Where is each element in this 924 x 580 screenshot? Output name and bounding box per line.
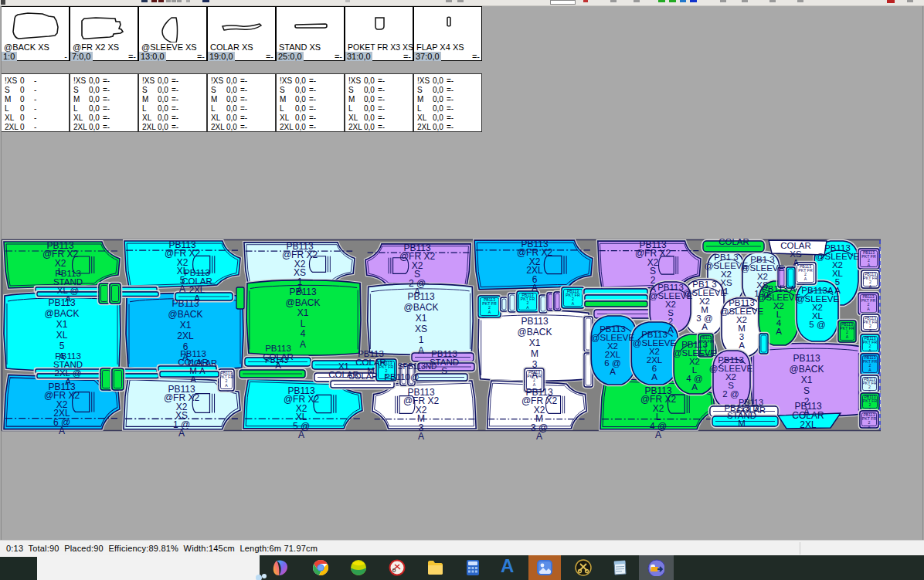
svg-text:PB110@: PB110@ (384, 372, 419, 382)
svg-text:COLAR: COLAR (718, 237, 749, 246)
svg-text:SPB113ND: SPB113ND (398, 362, 437, 371)
svg-text:PB143: PB143 (265, 356, 288, 365)
svg-text:COLAR: COLAR (348, 371, 378, 381)
